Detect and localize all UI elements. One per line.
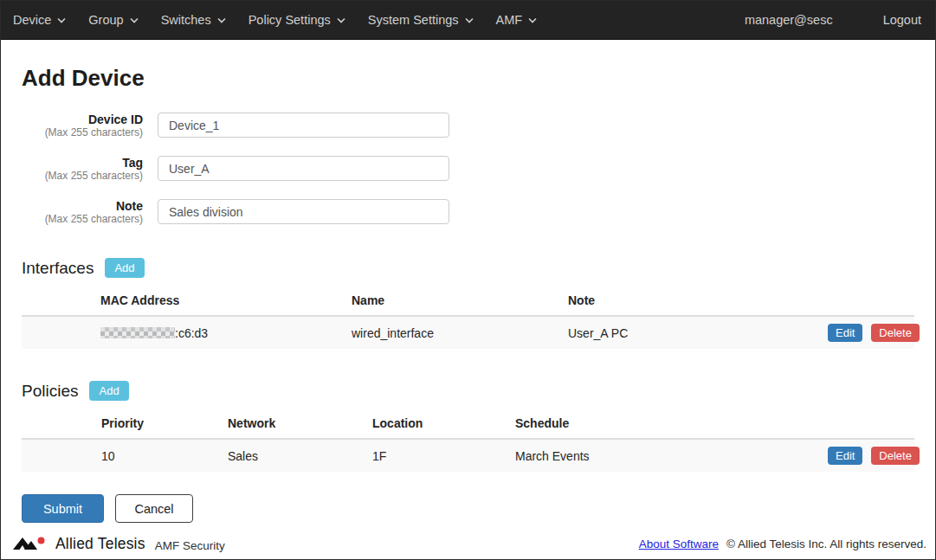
nav-item-policy-settings[interactable]: Policy Settings: [237, 13, 357, 27]
policies-col-actions: [828, 409, 914, 439]
interface-mac-cell: :c6:d3: [100, 316, 352, 349]
interface-actions-cell: Edit Delete: [828, 316, 914, 349]
policy-network-cell: Sales: [228, 439, 372, 472]
policies-add-button[interactable]: Add: [89, 381, 128, 401]
logout-button[interactable]: Logout: [883, 13, 921, 27]
note-hint: (Max 255 characters): [22, 213, 143, 226]
policies-section-header: Policies Add: [22, 381, 914, 401]
page-title: Add Device: [22, 65, 914, 92]
nav-item-label: AMF: [496, 13, 523, 27]
interfaces-col-name: Name: [352, 286, 568, 316]
allied-telesis-mark-icon: [13, 534, 49, 553]
policy-location-cell: 1F: [372, 439, 515, 472]
policy-priority-cell: 10: [101, 439, 228, 472]
tag-hint: (Max 255 characters): [22, 170, 143, 183]
interface-delete-button[interactable]: Delete: [871, 324, 920, 342]
footer: Allied Telesis AMF Security About Softwa…: [13, 534, 926, 553]
policies-col-network: Network: [228, 409, 372, 439]
chevron-down-icon: [217, 17, 226, 23]
chevron-down-icon: [130, 17, 139, 23]
interfaces-section-header: Interfaces Add: [22, 258, 914, 278]
interfaces-header-row: MAC Address Name Note: [22, 286, 914, 316]
interfaces-col-note: Note: [568, 286, 828, 316]
chevron-down-icon: [337, 17, 345, 23]
interfaces-col-mac: MAC Address: [100, 286, 352, 316]
submit-button[interactable]: Submit: [22, 494, 104, 523]
table-row: :c6:d3 wired_interface User_A PC Edit De…: [22, 316, 914, 349]
nav-item-amf[interactable]: AMF: [485, 13, 549, 27]
note-label: Note: [22, 199, 143, 213]
mac-suffix: :c6:d3: [175, 326, 208, 340]
policies-header-row: Priority Network Location Schedule: [22, 409, 914, 439]
table-row: 10 Sales 1F March Events Edit Delete: [22, 439, 914, 472]
interfaces-col-actions: [828, 286, 914, 316]
note-input[interactable]: [158, 199, 449, 224]
nav-item-device[interactable]: Device: [13, 13, 77, 27]
product-name: AMF Security: [155, 536, 225, 552]
nav-item-label: System Settings: [368, 13, 459, 27]
cancel-button[interactable]: Cancel: [115, 494, 193, 523]
policy-edit-button[interactable]: Edit: [828, 447, 862, 465]
note-row: Note (Max 255 characters): [22, 199, 914, 226]
chevron-down-icon: [528, 17, 537, 23]
footer-right: About Software © Allied Telesis Inc. All…: [639, 537, 926, 550]
interface-name-cell: wired_interface: [352, 316, 568, 349]
policies-table: Priority Network Location Schedule 10 Sa…: [22, 409, 914, 472]
note-label-block: Note (Max 255 characters): [22, 199, 143, 226]
policy-delete-button[interactable]: Delete: [871, 447, 920, 465]
redacted-mac-prefix: [100, 327, 175, 338]
form-actions: Submit Cancel: [22, 494, 914, 523]
brand-name: Allied Telesis: [55, 535, 145, 553]
device-id-hint: (Max 255 characters): [22, 126, 143, 139]
logged-in-user: manager@sesc: [745, 13, 833, 27]
nav-item-label: Policy Settings: [249, 13, 331, 27]
device-id-row: Device ID (Max 255 characters): [22, 113, 914, 139]
about-software-link[interactable]: About Software: [639, 537, 719, 550]
interfaces-indent-cell: [22, 316, 100, 349]
nav-item-switches[interactable]: Switches: [150, 13, 237, 27]
tag-label-block: Tag (Max 255 characters): [22, 156, 143, 183]
interfaces-table: MAC Address Name Note :c6:d3 wired_inter…: [22, 286, 914, 349]
device-id-label: Device ID: [22, 113, 143, 126]
nav-menu: Device Group Switches Policy Settings Sy…: [13, 13, 548, 27]
interface-note-cell: User_A PC: [568, 316, 828, 349]
device-id-input[interactable]: [158, 113, 449, 138]
nav-item-label: Group: [88, 13, 123, 27]
policies-indent-column: [22, 409, 101, 439]
policies-col-priority: Priority: [101, 409, 228, 439]
tag-label: Tag: [22, 156, 143, 170]
policy-actions-cell: Edit Delete: [828, 439, 914, 472]
chevron-down-icon: [465, 17, 474, 23]
policies-col-location: Location: [372, 409, 515, 439]
nav-item-system-settings[interactable]: System Settings: [357, 13, 485, 27]
interfaces-heading: Interfaces: [22, 259, 94, 278]
interfaces-add-button[interactable]: Add: [105, 258, 144, 278]
nav-item-group[interactable]: Group: [77, 13, 149, 27]
policies-col-schedule: Schedule: [515, 409, 828, 439]
policy-schedule-cell: March Events: [515, 439, 828, 472]
policies-heading: Policies: [22, 382, 78, 401]
device-id-label-block: Device ID (Max 255 characters): [22, 113, 143, 139]
tag-row: Tag (Max 255 characters): [22, 156, 914, 183]
copyright-text: © Allied Telesis Inc. All rights reserve…: [726, 537, 926, 550]
policies-indent-cell: [22, 439, 101, 472]
tag-input[interactable]: [158, 156, 449, 181]
interfaces-indent-column: [22, 286, 100, 316]
top-navbar: Device Group Switches Policy Settings Sy…: [1, 1, 935, 40]
interface-edit-button[interactable]: Edit: [828, 324, 862, 342]
nav-item-label: Switches: [161, 13, 211, 27]
allied-telesis-logo: Allied Telesis: [13, 534, 145, 553]
nav-item-label: Device: [13, 13, 51, 27]
chevron-down-icon: [57, 17, 66, 23]
